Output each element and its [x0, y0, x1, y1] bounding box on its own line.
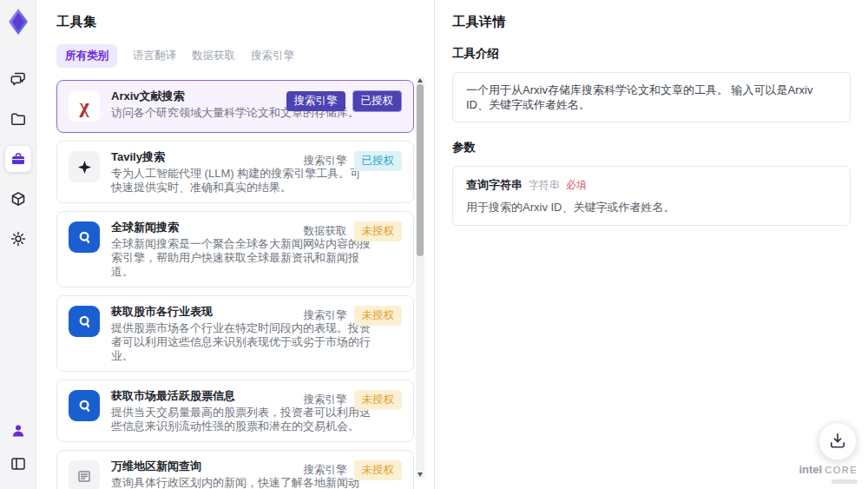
briefcase-icon[interactable] — [5, 146, 31, 172]
download-button[interactable] — [819, 422, 857, 460]
tavily-icon — [69, 151, 100, 182]
folder-icon[interactable] — [5, 106, 31, 132]
tool-badges: 搜索引擎 未授权 — [304, 390, 403, 410]
tool-intro-box: 一个用于从Arxiv存储库搜索科学论文和文章的工具。 输入可以是Arxiv ID… — [452, 72, 851, 122]
tool-badges: 搜索引擎 未授权 — [304, 306, 403, 326]
search-app-icon — [69, 390, 100, 421]
brand-subtext — [832, 479, 858, 484]
category-tab-label: 所有类别 — [65, 50, 108, 62]
category-tab[interactable]: 数据获取 — [192, 44, 235, 68]
tool-badges: 搜索引擎 已授权 — [304, 151, 403, 171]
user-icon[interactable] — [5, 418, 31, 444]
gear-icon[interactable] — [5, 226, 31, 252]
tool-badges: 搜索引擎 已授权 — [286, 90, 403, 112]
tool-detail-panel: 工具详情 工具介绍 一个用于从Arxiv存储库搜索科学论文和文章的工具。 输入可… — [434, 0, 868, 489]
sidebar-bottom — [5, 418, 31, 477]
auth-status-badge: 已授权 — [354, 151, 403, 171]
param-description: 用于搜索的Arxiv ID、关键字或作者姓名。 — [466, 200, 837, 215]
category-tab[interactable]: 所有类别 — [56, 44, 117, 68]
search-app-icon — [69, 221, 100, 253]
params-list: 查询字符串 字符串 必填 用于搜索的Arxiv ID、关键字或作者姓名。 — [452, 166, 851, 226]
category-tab-label: 搜索引擎 — [251, 50, 294, 62]
sidebar — [0, 0, 36, 489]
category-badge: 搜索引擎 — [304, 154, 347, 169]
auth-status-badge: 未授权 — [354, 460, 403, 480]
app-window: 工具集 所有类别 语言翻译 数据获取 搜索引擎 — [0, 0, 868, 489]
intro-heading: 工具介绍 — [452, 46, 851, 62]
category-tabs: 所有类别 语言翻译 数据获取 搜索引擎 — [56, 44, 434, 68]
param-required-flag: 必填 — [566, 178, 587, 193]
scrollbar-thumb[interactable] — [417, 84, 424, 256]
detail-title: 工具详情 — [452, 14, 851, 30]
tool-card[interactable]: 获取市场最活跃股票信息 提供当天交易量最高的股票列表，投资者可以利用这些信息来识… — [56, 380, 414, 442]
tool-list: χ Arxiv文献搜索 访问各个研究领域大量科学论文和文章的存储库。 搜索引擎 … — [56, 80, 414, 489]
search-app-icon — [69, 306, 100, 337]
tool-card[interactable]: 获取股市各行业表现 提供股票市场各个行业在特定时间段内的表现。投资者可以利用这些… — [56, 295, 414, 372]
param-head: 查询字符串 字符串 必填 — [466, 177, 837, 193]
tool-badges: 数据获取 未授权 — [304, 221, 403, 241]
category-badge: 数据获取 — [304, 224, 347, 239]
panel-toggle-icon[interactable] — [5, 451, 31, 477]
tool-card[interactable]: χ Arxiv文献搜索 访问各个研究领域大量科学论文和文章的存储库。 搜索引擎 … — [56, 80, 414, 133]
category-tab-label: 数据获取 — [192, 50, 235, 62]
cube-icon[interactable] — [5, 186, 31, 212]
category-badge: 搜索引擎 — [304, 463, 347, 478]
tool-card[interactable]: Tavily搜索 专为人工智能代理 (LLM) 构建的搜索引擎工具。可快速提供实… — [56, 141, 414, 203]
page-title: 工具集 — [56, 14, 434, 30]
tool-badges: 搜索引擎 未授权 — [304, 460, 403, 480]
scroll-up-arrow-icon[interactable] — [418, 78, 423, 83]
auth-status-badge: 未授权 — [354, 306, 403, 326]
category-tab-label: 语言翻译 — [133, 50, 176, 62]
param-type: 字符串 — [529, 178, 560, 193]
tool-card[interactable]: 全球新闻搜索 全球新闻搜索是一个聚合全球各大新闻网站内容的搜索引擎，帮助用户快速… — [56, 211, 414, 287]
category-badge: 搜索引擎 — [304, 308, 347, 323]
tool-card[interactable]: 万维地区新闻查询 查询具体行政区划内的新闻，快速了解各地新闻动态。 搜索引擎 未… — [56, 450, 414, 489]
download-icon — [829, 432, 846, 452]
brand-intel-text: intel — [799, 463, 822, 476]
chat-icon[interactable] — [5, 66, 31, 92]
category-tab[interactable]: 语言翻译 — [133, 44, 176, 68]
auth-status-badge: 未授权 — [354, 221, 403, 241]
auth-status-badge: 已授权 — [352, 90, 403, 112]
sidebar-nav — [5, 66, 31, 252]
param-name: 查询字符串 — [466, 177, 523, 193]
category-tab[interactable]: 搜索引擎 — [251, 44, 294, 68]
tool-description: 提供股票市场各个行业在特定时间段内的表现。投资者可以利用这些信息来识别表现优于或… — [111, 321, 372, 363]
app-logo-icon — [7, 9, 30, 38]
newspaper-icon — [69, 460, 100, 489]
param-card: 查询字符串 字符串 必填 用于搜索的Arxiv ID、关键字或作者姓名。 — [452, 166, 851, 226]
params-heading: 参数 — [452, 140, 851, 155]
scrollbar-track[interactable] — [416, 76, 424, 479]
intel-core-logo: intel core — [799, 463, 858, 476]
scroll-down-arrow-icon[interactable] — [418, 472, 423, 477]
tool-description: 全球新闻搜索是一个聚合全球各大新闻网站内容的搜索引擎，帮助用户快速获取全球最新资… — [111, 237, 372, 279]
category-badge: 搜索引擎 — [286, 91, 345, 111]
arxiv-icon: χ — [69, 90, 100, 122]
tool-list-panel: 工具集 所有类别 语言翻译 数据获取 搜索引擎 — [36, 0, 434, 489]
category-badge: 搜索引擎 — [304, 393, 347, 407]
auth-status-badge: 未授权 — [354, 390, 403, 410]
brand-core-text: core — [825, 465, 858, 475]
